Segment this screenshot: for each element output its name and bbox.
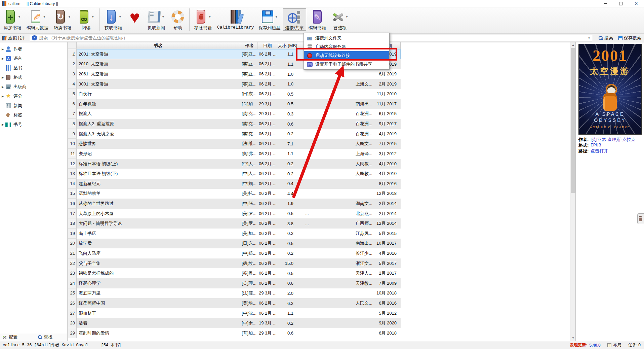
scroll-up-icon[interactable] (570, 42, 576, 48)
cell-pubdate[interactable]: 4月 2016 (375, 248, 401, 258)
cell-author[interactable]: [英]克... (239, 129, 257, 139)
cell-title[interactable]: 百年孤独 (77, 99, 239, 109)
cell-title[interactable]: 霍乱时期的爱情 (77, 328, 239, 338)
table-row[interactable]: 18 大问题 - 简明哲学导论 [美]罗... 06 2月 ... 3.8 ..… (68, 218, 401, 229)
cell-publisher[interactable]: 上海文... (350, 79, 375, 89)
table-row[interactable]: 28 活着 [中]余... 19 3月 ... 0.2 9月 2020 (68, 318, 401, 328)
table-row[interactable]: 27 混血豺王 [中]沈... 06 2月 ... 1.1 5月 2012 (68, 308, 401, 318)
cell-tags[interactable] (299, 318, 350, 328)
cell-size[interactable]: 0.6 (276, 278, 299, 288)
cell-publisher[interactable]: 上海译... (350, 149, 375, 159)
cell-author[interactable]: [美]埃... (239, 298, 257, 308)
cell-date[interactable]: 06 2月 ... (257, 49, 276, 59)
cell-pubdate[interactable]: 6月 2016 (375, 298, 401, 308)
cell-size[interactable]: 0.2 (276, 248, 299, 258)
sidebar-item[interactable]: 丛书 (0, 63, 67, 73)
cell-title[interactable]: 从你的全世界路过 (77, 199, 239, 209)
cell-publisher[interactable]: 江苏凤... (350, 229, 375, 239)
cell-date[interactable]: 06 2月 ... (257, 169, 276, 179)
cell-pubdate[interactable]: 7月 2009 (375, 278, 401, 288)
cell-publisher[interactable]: 广西师... (350, 218, 375, 229)
cell-publisher[interactable]: 北京燕... (350, 209, 375, 219)
table-row[interactable]: 22 父与子全集 [德]埃... 06 2月 ... 15.0 浙江文... 5… (68, 258, 401, 269)
cell-title[interactable]: 悲惨世界 (77, 139, 239, 149)
cell-pubdate[interactable]: 7月 2015 (375, 139, 401, 149)
cell-author[interactable]: [中]余... (239, 318, 257, 328)
dropdown-arrow-icon[interactable] (162, 15, 166, 19)
cell-date[interactable]: 29 3月 ... (257, 109, 276, 119)
table-row[interactable]: 25 海底两万里 [法]儒... 29 3月 ... 2.0 10月 2018 (68, 288, 401, 299)
dropdown-arrow-icon[interactable] (18, 15, 22, 19)
cell-publisher[interactable] (350, 318, 375, 328)
toolbar-button[interactable]: 编辑元数据 (24, 8, 51, 31)
cell-size[interactable]: 3.8 (276, 218, 299, 229)
cell-publisher[interactable]: 天津人... (350, 268, 375, 278)
cell-publisher[interactable]: 南海出... (350, 99, 375, 109)
cell-title[interactable]: 2001: 太空漫游 (77, 49, 239, 59)
dropdown-arrow-icon[interactable] (346, 15, 350, 19)
cell-pubdate[interactable]: 2月 2017 (375, 268, 401, 278)
toolbar-button[interactable]: 阅读 (74, 8, 98, 31)
cell-date[interactable]: 06 2月 ... (257, 179, 276, 189)
cell-tags[interactable] (299, 268, 350, 278)
cell-date[interactable]: 06 2月 ... (257, 69, 276, 79)
cell-title[interactable]: 父与子全集 (77, 258, 239, 269)
cell-author[interactable]: [中]刘... (239, 179, 257, 189)
dropdown-arrow-icon[interactable] (92, 15, 95, 19)
expander-arrow-icon[interactable] (2, 85, 5, 89)
cell-date[interactable]: 06 2月 ... (257, 199, 276, 209)
header-author[interactable]: 作者 (239, 42, 257, 49)
cell-pubdate[interactable]: 10月 2017 (375, 239, 401, 249)
cell-date[interactable]: 06 2月 ... (257, 239, 276, 249)
expander-arrow-icon[interactable] (2, 57, 5, 60)
scrollbar-thumb[interactable] (571, 48, 575, 193)
virtual-library-button[interactable]: 虚拟书库 (0, 35, 28, 41)
cell-pubdate[interactable]: 11月 2017 (375, 99, 401, 109)
cell-author[interactable]: [法]儒... (239, 288, 257, 299)
cell-pubdate[interactable]: 4月 2010 (375, 159, 401, 169)
cell-publisher[interactable] (350, 328, 375, 338)
update-version-link[interactable]: 5.40.0 (589, 343, 600, 348)
cell-title[interactable]: 3001: 太空漫游 (77, 79, 239, 89)
cell-pubdate[interactable]: 12月 2014 (375, 218, 401, 229)
cell-title[interactable]: 2061: 太空漫游 (77, 69, 239, 79)
cell-author[interactable]: [哥]加... (239, 99, 257, 109)
cell-size[interactable]: 0.2 (276, 318, 299, 328)
cell-publisher[interactable]: 南海出... (350, 239, 375, 249)
toolbar-button[interactable]: CalibreLibrary (215, 8, 256, 31)
cell-date[interactable]: 29 3月 ... (257, 328, 276, 338)
sidebar-item[interactable]: 新闻 (0, 101, 67, 110)
cell-size[interactable]: 0.5 (276, 268, 299, 278)
cell-date[interactable]: 06 2月 ... (257, 79, 276, 89)
cell-date[interactable]: 06 2月 ... (257, 59, 276, 69)
dropdown-arrow-icon[interactable] (276, 15, 279, 19)
sidebar-item[interactable]: 出版商 (0, 82, 67, 92)
cell-publisher[interactable] (350, 69, 375, 79)
cell-date[interactable]: 29 3月 ... (257, 288, 276, 299)
cell-date[interactable]: 06 2月 ... (257, 189, 276, 199)
cell-publisher[interactable]: 人民文... (350, 298, 375, 308)
cell-pubdate[interactable]: 8月 2016 (375, 179, 401, 189)
cell-pubdate[interactable]: 4月 2019 (375, 129, 401, 139)
minimize-button[interactable] (598, 0, 613, 7)
cell-pubdate[interactable]: 5月 2017 (375, 258, 401, 269)
cell-title[interactable]: 2010: 太空漫游 (77, 59, 239, 69)
cell-pubdate[interactable]: 6月 2019 (375, 69, 401, 79)
cell-pubdate[interactable]: 2月 2014 (375, 209, 401, 219)
toolbar-button[interactable]: 保存到磁盘 (256, 8, 283, 31)
cell-title[interactable]: 摆渡人3: 无境之爱 (77, 129, 239, 139)
cell-size[interactable]: 6.2 (276, 298, 299, 308)
cell-author[interactable]: [奥]弗... (239, 149, 257, 159)
cell-publisher[interactable]: 长江少... (350, 248, 375, 258)
cell-title[interactable]: 混血豺王 (77, 308, 239, 318)
cell-title[interactable]: 摆渡人 (77, 109, 239, 119)
sidebar-item[interactable]: 书号 (0, 120, 67, 129)
cell-publisher[interactable] (350, 288, 375, 299)
cell-author[interactable]: [英]克... (239, 109, 257, 119)
toolbar-button[interactable]: 转换书籍 (51, 8, 74, 31)
cell-author[interactable]: [美]罗... (239, 209, 257, 219)
cell-author[interactable]: [中]沈... (239, 308, 257, 318)
search-button[interactable]: 搜索 (596, 35, 616, 41)
cell-publisher[interactable] (350, 189, 375, 199)
cell-date[interactable]: 06 2月 ... (257, 129, 276, 139)
